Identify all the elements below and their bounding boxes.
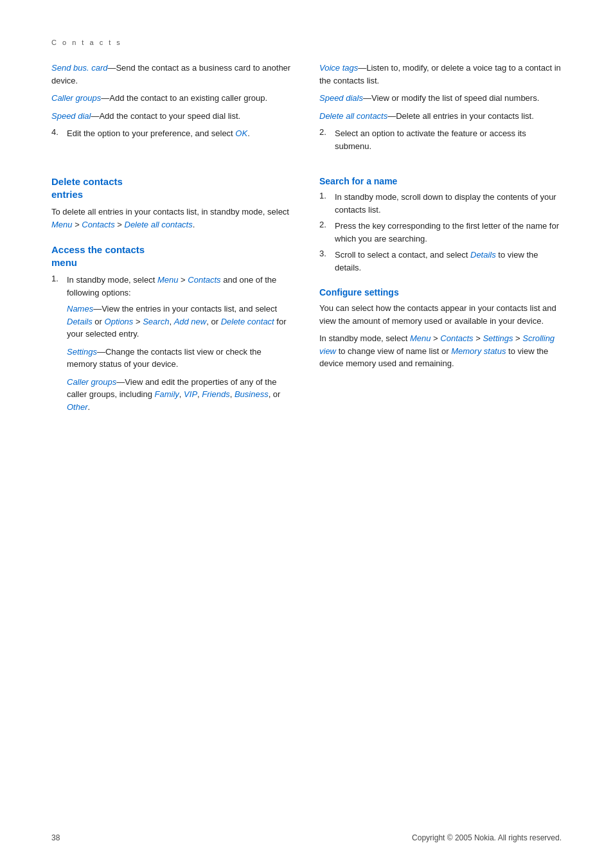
search-step-1: 1. In standby mode, scroll down to displ… [319, 191, 562, 216]
top-left-col: Send bus. card—Send the contact as a bus… [51, 62, 294, 156]
delete-contacts-para: To delete all entries in your contacts l… [51, 206, 294, 231]
main-content: Delete contactsentries To delete all ent… [51, 163, 562, 422]
caller-groups-label: Caller groups [67, 377, 116, 387]
search-link: Search [143, 317, 169, 326]
contacts-link: Contacts [82, 220, 114, 229]
list-item: Send bus. card—Send the contact as a bus… [51, 62, 294, 87]
step-content: Scroll to select a contact, and select D… [335, 249, 562, 274]
contacts-link: Contacts [440, 333, 473, 343]
step-content: In standby mode, scroll down to display … [335, 191, 562, 216]
delete-contacts-heading: Delete contactsentries [51, 175, 294, 200]
business-link: Business [235, 389, 269, 399]
top-right-col: Voice tags—Listen to, modify, or delete … [319, 62, 562, 156]
step-number: 3. [319, 249, 331, 274]
configure-settings-para1: You can select how the contacts appear i… [319, 302, 562, 327]
scrolling-view-link: Scrolling view [319, 333, 555, 356]
options-list: Names—View the entries in your contacts … [67, 303, 294, 413]
copyright-text: Copyright © 2005 Nokia. All rights reser… [412, 833, 562, 842]
configure-settings-para2: In standby mode, select Menu > Contacts … [319, 332, 562, 370]
page-header: C o n t a c t s [51, 39, 562, 46]
menu-link: Menu [157, 275, 179, 285]
vip-link: VIP [184, 389, 197, 399]
page: C o n t a c t s Send bus. card—Send the … [0, 0, 613, 868]
page-number: 38 [51, 833, 60, 842]
top-left-list: Send bus. card—Send the contact as a bus… [51, 62, 294, 122]
friends-link: Friends [202, 389, 229, 399]
access-contacts-heading: Access the contactsmenu [51, 244, 294, 269]
access-contacts-section: Access the contactsmenu 1. In standby mo… [51, 244, 294, 418]
search-step-2: 2. Press the key corresponding to the fi… [319, 220, 562, 245]
menu-link: Menu [410, 333, 431, 343]
speed-dials-label: Speed dials [319, 93, 363, 103]
search-name-section: Search for a name 1. In standby mode, sc… [319, 175, 562, 274]
names-label: Names [67, 304, 93, 314]
list-item: Caller groups—View and edit the properti… [67, 376, 294, 414]
step-number: 1. [51, 274, 63, 418]
options-link: Options [105, 317, 134, 326]
list-item: Voice tags—Listen to, modify, or delete … [319, 62, 562, 87]
configure-settings-heading: Configure settings [319, 287, 562, 298]
step-content: Press the key corresponding to the first… [335, 220, 562, 245]
page-footer: 38 Copyright © 2005 Nokia. All rights re… [51, 833, 562, 842]
step-number: 2. [319, 220, 331, 245]
family-link: Family [155, 389, 179, 399]
step-number: 1. [319, 191, 331, 216]
delete-all-link: Delete all contacts [125, 220, 193, 229]
configure-settings-section: Configure settings You can select how th… [319, 287, 562, 370]
step-content: In standby mode, select Menu > Contacts … [67, 274, 294, 418]
add-new-link: Add new [174, 317, 207, 326]
search-step-3: 3. Scroll to select a contact, and selec… [319, 249, 562, 274]
top-right-list: Voice tags—Listen to, modify, or delete … [319, 62, 562, 122]
delete-all-contacts-label: Delete all contacts [319, 111, 387, 121]
delete-contacts-section: Delete contactsentries To delete all ent… [51, 175, 294, 231]
step-content: Select an option to activate the feature… [335, 127, 562, 152]
search-name-heading: Search for a name [319, 175, 562, 187]
delete-contact-link: Delete contact [221, 317, 274, 326]
access-step-1: 1. In standby mode, select Menu > Contac… [51, 274, 294, 418]
contacts-link: Contacts [188, 275, 220, 285]
right-column: Search for a name 1. In standby mode, sc… [319, 163, 562, 422]
numbered-item-2-top: 2. Select an option to activate the feat… [319, 127, 562, 152]
list-item: Settings—Change the contacts list view o… [67, 346, 294, 371]
list-item: Names—View the entries in your contacts … [67, 303, 294, 341]
step-number: 4. [51, 127, 63, 140]
numbered-item-4: 4. Edit the option to your preference, a… [51, 127, 294, 140]
other-link: Other [67, 402, 88, 412]
list-item: Caller groups—Add the contact to an exis… [51, 92, 294, 105]
step-content: Edit the option to your preference, and … [67, 127, 294, 140]
list-item: Speed dial—Add the contact to your speed… [51, 110, 294, 123]
speed-dial-label: Speed dial [51, 111, 91, 121]
details-link: Details [67, 317, 93, 326]
list-item: Delete all contacts—Delete all entries i… [319, 110, 562, 123]
list-item: Speed dials—View or modify the list of s… [319, 92, 562, 105]
caller-groups-label: Caller groups [51, 93, 101, 103]
memory-status-link: Memory status [451, 346, 506, 356]
voice-tags-label: Voice tags [319, 63, 358, 73]
ok-link: OK [235, 128, 247, 138]
details-link: Details [470, 250, 496, 260]
menu-link: Menu [51, 220, 73, 229]
settings-link: Settings [483, 333, 513, 343]
send-bus-card-label: Send bus. card [51, 63, 107, 73]
top-section: Send bus. card—Send the contact as a bus… [51, 62, 562, 156]
left-column: Delete contactsentries To delete all ent… [51, 163, 294, 422]
settings-label: Settings [67, 347, 97, 357]
step-number: 2. [319, 127, 331, 152]
